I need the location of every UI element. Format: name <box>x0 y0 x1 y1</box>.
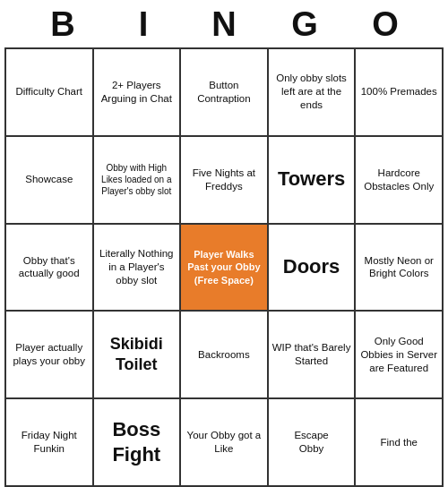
cell-r2-c1: Literally Nothing in a Player's obby slo… <box>93 224 181 312</box>
letter-i: I <box>103 5 184 44</box>
letter-b: B <box>22 5 103 44</box>
letter-o: O <box>345 5 426 44</box>
cell-r0-c0: Difficulty Chart <box>5 48 93 136</box>
cell-r4-c3: Escape Obby <box>268 398 356 486</box>
cell-r1-c2: Five Nights at Freddys <box>180 136 268 224</box>
cell-r1-c0: Showcase <box>5 136 93 224</box>
cell-r1-c3: Towers <box>268 136 356 224</box>
cell-r3-c4: Only Good Obbies in Server are Featured <box>355 311 443 398</box>
cell-r3-c2: Backrooms <box>180 311 268 398</box>
bingo-header: B I N G O <box>0 0 448 47</box>
cell-r0-c1: 2+ Players Arguing in Chat <box>93 48 181 136</box>
cell-r2-c0: Obby that's actually good <box>5 224 93 312</box>
cell-r0-c4: 100% Premades <box>355 48 443 136</box>
cell-r3-c1: Skibidi Toilet <box>93 311 181 398</box>
cell-r3-c3: WIP that's Barely Started <box>268 311 356 398</box>
cell-r1-c4: Hardcore Obstacles Only <box>355 136 443 224</box>
cell-r4-c2: Your Obby got a Like <box>180 398 268 486</box>
cell-r2-c3: Doors <box>268 224 356 312</box>
letter-g: G <box>264 5 345 44</box>
cell-r3-c0: Player actually plays your obby <box>5 311 93 398</box>
cell-r0-c2: Button Contraption <box>180 48 268 136</box>
cell-r2-c2: Player Walks Past your Obby (Free Space) <box>180 224 268 312</box>
cell-r0-c3: Only obby slots left are at the ends <box>268 48 356 136</box>
cell-r4-c4: Find the <box>355 398 443 486</box>
cell-r1-c1: Obby with High Likes loaded on a Player'… <box>93 136 181 224</box>
cell-r4-c0: Friday Night Funkin <box>5 398 93 486</box>
cell-r4-c1: Boss Fight <box>93 398 181 486</box>
bingo-grid: Difficulty Chart2+ Players Arguing in Ch… <box>4 47 444 487</box>
letter-n: N <box>184 5 264 44</box>
cell-r2-c4: Mostly Neon or Bright Colors <box>355 224 443 312</box>
